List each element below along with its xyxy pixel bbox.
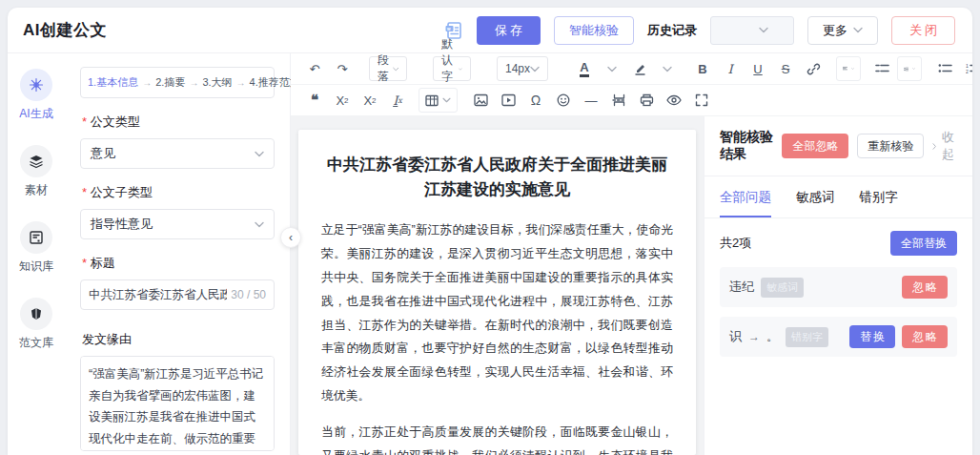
title-field-wrap: 30 / 50	[80, 279, 275, 310]
superscript-button[interactable]: X2	[357, 88, 382, 113]
eye-icon	[666, 94, 682, 106]
issue-text: 违纪	[729, 279, 754, 296]
line-height-icon	[904, 63, 909, 75]
fullscreen-icon	[695, 93, 708, 107]
tab-sensitive-words[interactable]: 敏感词	[796, 176, 835, 217]
arrow-icon: →	[748, 330, 760, 343]
svg-text:1: 1	[966, 63, 969, 69]
subscript-button[interactable]: X2	[330, 88, 355, 113]
font-size-select[interactable]: 14px	[497, 56, 548, 81]
emoji-button[interactable]	[551, 88, 576, 113]
bold-button[interactable]: B	[690, 56, 715, 81]
strikethrough-button[interactable]: S	[773, 56, 798, 81]
preview-button[interactable]	[662, 88, 686, 113]
table-icon	[425, 94, 439, 107]
header-actions: w 保存 智能核验 历史记录 更多 关闭	[442, 16, 955, 45]
reason-textarea[interactable]: “强富美高”新江苏是习近平总书记亲自为我省擘画的宏伟蓝图，建设美丽江苏是我省在推…	[80, 356, 275, 451]
issue-text: 识	[729, 328, 742, 345]
rail-item-ai-generate[interactable]: AI生成	[19, 69, 52, 122]
step-basic-info[interactable]: 1.基本信息	[88, 75, 138, 90]
editor-section: ↶ ↷ 段落 默认字体 14px A B I	[291, 53, 972, 455]
smart-check-title: 智能核验结果	[720, 129, 773, 163]
chevron-down-icon	[853, 27, 863, 33]
recheck-button[interactable]: 重新核验	[857, 134, 924, 158]
page-break-icon	[612, 93, 626, 107]
document-paragraph: 当前，江苏正处于高质量发展的关键阶段，面临既要金山银山，又要绿水青山的双重挑战。…	[321, 421, 673, 455]
editor-canvas: 中共江苏省委江苏省人民政府关于全面推进美丽江苏建设的实施意见 立足于“强富美高”…	[291, 116, 704, 455]
printer-icon	[640, 93, 654, 107]
doc-type-label: 公文类型	[82, 114, 273, 131]
chevron-down-icon	[255, 151, 264, 157]
highlight-chevron-icon[interactable]	[655, 56, 680, 81]
close-button[interactable]: 关闭	[891, 16, 955, 45]
step-summary[interactable]: 2.摘要	[155, 75, 185, 90]
issue-item: 违纪 敏感词 忽略	[720, 267, 957, 307]
bullet-list-icon	[938, 63, 952, 74]
more-button[interactable]: 更多	[807, 16, 878, 45]
rail-item-template-library[interactable]: 范文库	[19, 298, 53, 351]
font-family-select[interactable]: 默认字体	[433, 56, 471, 81]
font-color-button[interactable]: A	[572, 56, 597, 81]
page-break-button[interactable]	[606, 88, 631, 113]
replace-button[interactable]: 替换	[849, 325, 895, 348]
doc-type-select[interactable]: 意见	[80, 138, 275, 169]
print-button[interactable]	[634, 88, 659, 113]
collapse-results-button[interactable]: 收起	[932, 129, 957, 163]
issue-type-badge: 敏感词	[761, 278, 804, 298]
table-button[interactable]	[419, 88, 458, 113]
redo-icon[interactable]: ↷	[330, 56, 355, 81]
replace-all-button[interactable]: 全部替换	[890, 231, 957, 256]
chevron-down-icon	[530, 66, 540, 72]
line-height-button[interactable]	[897, 56, 922, 81]
ordered-list-button[interactable]: 12	[960, 56, 972, 81]
blockquote-button[interactable]: ❝	[302, 88, 327, 113]
collapse-panel-button[interactable]: ‹	[280, 227, 301, 248]
history-select[interactable]	[710, 16, 794, 45]
step-outline[interactable]: 3.大纲	[202, 75, 232, 90]
tab-all-issues[interactable]: 全部问题	[720, 176, 771, 217]
ignore-button[interactable]: 忽略	[902, 276, 948, 299]
font-color-chevron-icon[interactable]	[600, 56, 624, 81]
video-icon	[501, 93, 516, 107]
insert-image-button[interactable]	[468, 88, 493, 113]
document-title: 中共江苏省委江苏省人民政府关于全面推进美丽江苏建设的实施意见	[321, 153, 673, 203]
align-button[interactable]	[836, 56, 861, 81]
ignore-button[interactable]: 忽略	[902, 325, 948, 348]
link-button[interactable]	[801, 56, 826, 81]
ordered-list-icon: 12	[966, 63, 972, 74]
page-title: AI创建公文	[23, 19, 107, 41]
rail-item-materials[interactable]: 素材	[20, 145, 52, 198]
underline-button[interactable]: U	[745, 56, 770, 81]
special-char-button[interactable]: Ω	[523, 88, 548, 113]
bullet-list-button[interactable]	[932, 56, 957, 81]
document-page[interactable]: 中共江苏省委江苏省人民政府关于全面推进美丽江苏建设的实施意见 立足于“强富美高”…	[298, 130, 696, 455]
basic-info-panel: 1.基本信息 → 2.摘要 → 3.大纲 → 4.推荐范文 公文类型 意见 公文…	[65, 53, 291, 455]
tab-typos[interactable]: 错别字	[860, 176, 899, 217]
italic-button[interactable]: I	[718, 56, 743, 81]
clear-format-button[interactable]: Ix	[385, 88, 410, 113]
svg-text:2: 2	[966, 69, 969, 74]
save-button[interactable]: 保存	[477, 16, 541, 45]
insert-video-button[interactable]	[496, 88, 521, 113]
fullscreen-button[interactable]	[689, 88, 714, 113]
paragraph-style-select[interactable]: 段落	[369, 56, 407, 81]
issue-count: 共2项	[720, 235, 751, 252]
task-list-button[interactable]	[869, 56, 894, 81]
issue-replacement: 。	[766, 328, 779, 345]
smart-check-button[interactable]: 智能核验	[554, 16, 634, 45]
chevron-down-icon	[912, 66, 915, 72]
highlight-color-button[interactable]	[627, 56, 652, 81]
doc-subtype-select[interactable]: 指导性意见	[80, 209, 275, 239]
editor-toolbar-row2: ❝ X2 X2 Ix Ω —	[291, 85, 972, 116]
header: AI创建公文 w 保存 智能核验 历史记录 更多 关闭	[8, 8, 972, 53]
smart-check-header: 智能核验结果 全部忽略 重新核验 收起	[720, 129, 957, 163]
ignore-all-button[interactable]: 全部忽略	[782, 134, 848, 158]
rail-item-knowledge-base[interactable]: 知识库	[19, 221, 53, 275]
left-rail: AI生成 素材 知识库 范文库	[8, 53, 65, 455]
chevron-down-icon	[393, 66, 398, 72]
title-input[interactable]	[89, 288, 227, 301]
document-paragraph: 立足于“强富美高”新江苏的建设目标，我们深感责任重大，使命光荣。美丽江苏的建设，…	[321, 218, 673, 409]
materials-layers-icon	[28, 153, 45, 170]
undo-icon[interactable]: ↶	[302, 56, 327, 81]
horizontal-rule-button[interactable]: —	[579, 88, 603, 113]
